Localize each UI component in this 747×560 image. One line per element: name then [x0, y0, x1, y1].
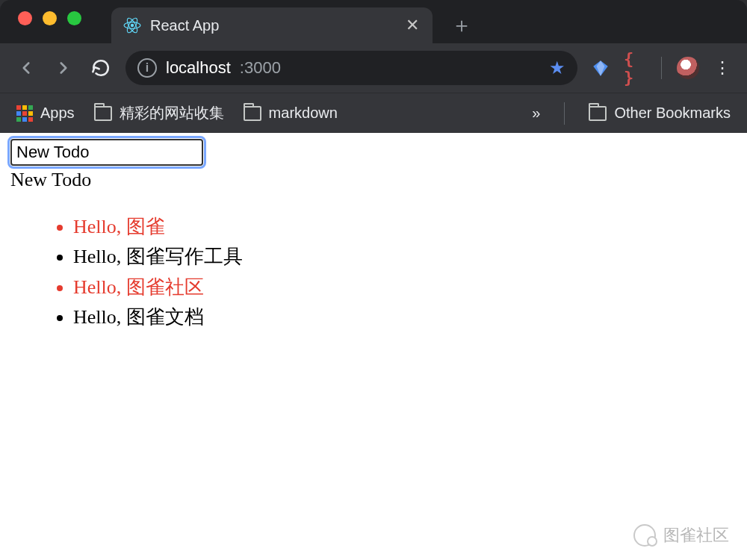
- reload-button[interactable]: [88, 55, 114, 81]
- watermark-text: 图雀社区: [663, 524, 729, 547]
- new-todo-input[interactable]: [10, 139, 203, 166]
- other-bookmarks[interactable]: Other Bookmarks: [589, 105, 731, 122]
- url-host: localhost: [166, 58, 231, 78]
- back-button[interactable]: [13, 55, 39, 81]
- extension-icon-2[interactable]: { }: [624, 57, 646, 79]
- apps-label: Apps: [40, 105, 75, 122]
- window-maximize-button[interactable]: [67, 11, 81, 25]
- bookmarks-bar: Apps 精彩的网站收集 markdown » Other Bookmarks: [0, 93, 747, 133]
- new-todo-label: New Todo: [10, 169, 737, 191]
- wechat-icon: [633, 524, 656, 547]
- other-bookmarks-label: Other Bookmarks: [614, 105, 731, 122]
- browser-chrome: React App ✕ ＋ i localhost:3000 ★ { } ⋮: [0, 0, 747, 133]
- tab-strip: React App ✕ ＋: [0, 0, 747, 43]
- watermark: 图雀社区: [633, 524, 729, 547]
- todo-item[interactable]: Hello, 图雀社区: [73, 273, 737, 302]
- browser-menu-icon[interactable]: ⋮: [711, 57, 734, 79]
- page-content: New Todo Hello, 图雀Hello, 图雀写作工具Hello, 图雀…: [0, 133, 747, 338]
- tab-title: React App: [150, 17, 397, 34]
- url-port: :3000: [240, 58, 281, 78]
- react-logo-icon: [123, 16, 141, 34]
- address-bar[interactable]: i localhost:3000 ★: [125, 51, 577, 85]
- toolbar-divider: [661, 57, 662, 79]
- window-controls: [15, 11, 81, 39]
- folder-icon: [94, 106, 112, 121]
- profile-avatar[interactable]: [677, 57, 699, 79]
- toolbar: i localhost:3000 ★ { } ⋮: [0, 43, 747, 93]
- extension-icon-1[interactable]: [589, 57, 612, 79]
- todo-list: Hello, 图雀Hello, 图雀写作工具Hello, 图雀社区Hello, …: [10, 212, 737, 332]
- bookmark-star-icon[interactable]: ★: [549, 57, 565, 78]
- new-tab-button[interactable]: ＋: [446, 10, 477, 41]
- bookmarks-overflow-icon[interactable]: »: [532, 105, 540, 122]
- forward-button[interactable]: [51, 55, 76, 81]
- bookmark-folder-label: 精彩的网站收集: [120, 103, 224, 123]
- bookmarks-divider: [564, 102, 565, 125]
- bookmark-folder-label: markdown: [269, 105, 338, 122]
- svg-point-0: [131, 24, 134, 27]
- bookmark-folder-1[interactable]: 精彩的网站收集: [94, 103, 224, 123]
- window-minimize-button[interactable]: [43, 11, 57, 25]
- todo-item[interactable]: Hello, 图雀写作工具: [73, 242, 737, 272]
- bookmarks-apps[interactable]: Apps: [16, 105, 75, 122]
- folder-icon: [244, 106, 261, 121]
- tab-close-icon[interactable]: ✕: [406, 16, 419, 35]
- site-info-icon[interactable]: i: [137, 58, 157, 78]
- todo-item[interactable]: Hello, 图雀: [73, 212, 737, 242]
- browser-tab[interactable]: React App ✕: [111, 7, 433, 43]
- apps-grid-icon: [16, 105, 33, 122]
- todo-item[interactable]: Hello, 图雀文档: [73, 302, 737, 332]
- window-close-button[interactable]: [18, 11, 32, 25]
- bookmark-folder-2[interactable]: markdown: [244, 105, 338, 122]
- folder-icon: [589, 106, 607, 121]
